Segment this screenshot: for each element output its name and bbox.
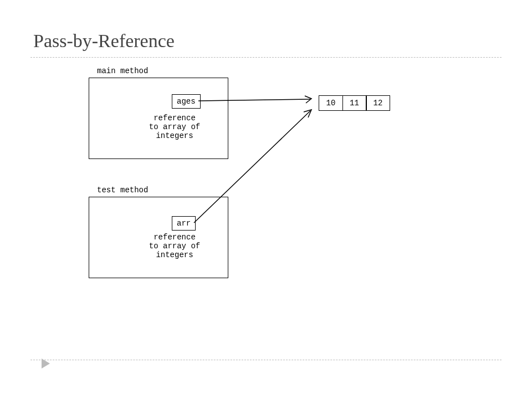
arrow-test-head <box>304 110 311 117</box>
test-desc-line1: reference <box>133 233 216 242</box>
main-desc-line2: to array of <box>133 122 216 131</box>
diagram-canvas: main method ages reference to array of i… <box>0 64 532 355</box>
title-underline <box>30 57 502 58</box>
main-desc-line3: integers <box>133 131 216 140</box>
array-cell-1: 11 <box>342 95 367 111</box>
test-desc-line2: to array of <box>133 242 216 250</box>
array-box: 10 11 12 <box>319 95 390 111</box>
main-desc: reference to array of integers <box>133 114 216 140</box>
array-cell-2: 12 <box>366 95 390 111</box>
page-title: Pass-by-Reference <box>0 0 532 57</box>
main-var-box: ages <box>172 94 201 109</box>
main-desc-line1: reference <box>133 114 216 122</box>
test-var-box: arr <box>172 216 196 231</box>
test-method-label: test method <box>97 186 148 195</box>
footer-arrow-icon <box>42 359 50 369</box>
main-method-label: main method <box>97 66 148 75</box>
arrows-layer <box>0 64 532 355</box>
test-desc-line3: integers <box>133 250 216 259</box>
footer-divider <box>30 360 502 360</box>
array-cell-0: 10 <box>319 95 343 111</box>
test-desc: reference to array of integers <box>133 233 216 259</box>
arrow-main-head <box>305 96 311 103</box>
